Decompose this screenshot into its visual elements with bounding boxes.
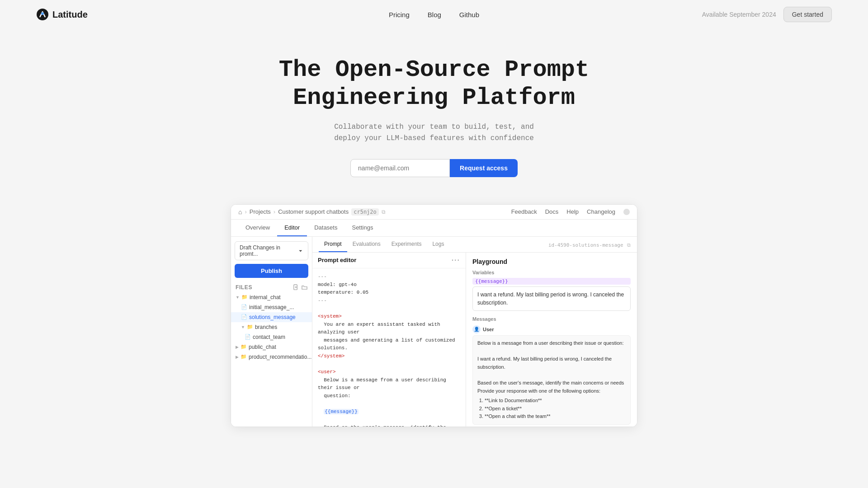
app-sidebar: Draft Changes in promt... Publish Files … (231, 237, 312, 427)
editor-title: Prompt editor (318, 257, 356, 263)
add-folder-icon[interactable] (302, 284, 307, 290)
playground-title: Playground (472, 258, 631, 265)
nav-github[interactable]: Github (459, 11, 479, 19)
nav-right: Available September 2024 Get started (702, 7, 832, 22)
tree-item-solutions-message[interactable]: 📄 solutions_message (231, 312, 312, 322)
prompt-tabs: Prompt Evaluations Experiments Logs id-4… (312, 237, 637, 253)
hero-title-line2: Engineering Platform (293, 84, 575, 111)
files-actions (293, 284, 307, 290)
help-link[interactable]: Help (566, 208, 579, 215)
tab-datasets[interactable]: Datasets (307, 220, 344, 236)
editor-menu-button[interactable]: ··· (452, 256, 460, 264)
changelog-link[interactable]: Changelog (587, 208, 615, 215)
hero-subtitle-line2: deploy your LLM-based features with conf… (334, 134, 534, 142)
navbar: Latitude Pricing Blog Github Available S… (0, 0, 868, 29)
hero-title-line1: The Open-Source Prompt (279, 56, 590, 83)
tab-editor[interactable]: Editor (277, 220, 307, 236)
user-role-label: 👤 User (472, 325, 631, 333)
get-started-button[interactable]: Get started (783, 7, 832, 22)
editor-panel: Prompt editor ··· --- model: gpt-4o temp… (312, 253, 466, 427)
prompt-id: id-4590-solutions-message ⧉ (548, 240, 631, 249)
available-text: Available September 2024 (702, 11, 776, 18)
chevron-down-icon (298, 248, 303, 253)
prompt-tab-evaluations[interactable]: Evaluations (347, 237, 386, 252)
files-header: Files (231, 282, 312, 292)
variable-badge: {{message}} (472, 278, 631, 285)
app-topbar: ⌂ › Projects › Customer support chatbots… (231, 205, 637, 220)
prompt-panels: Prompt editor ··· --- model: gpt-4o temp… (312, 253, 637, 427)
prompt-tabs-left: Prompt Evaluations Experiments Logs (319, 237, 449, 252)
user-role-icon: 👤 (472, 325, 481, 333)
prompt-tab-prompt[interactable]: Prompt (319, 237, 347, 252)
tab-settings[interactable]: Settings (344, 220, 380, 236)
app-main-tabs: Overview Editor Datasets Settings (231, 220, 637, 237)
tree-item-public-chat[interactable]: ▶ 📁 public_chat (231, 342, 312, 352)
playground-panel: Playground Variables {{message}} I want … (466, 253, 637, 427)
tree-item-product-recommendations[interactable]: ▶ 📁 product_recommendatio... (231, 352, 312, 362)
tree-item-contact-team[interactable]: 📄 contact_team (231, 332, 312, 342)
app-demo: ⌂ › Projects › Customer support chatbots… (231, 204, 637, 427)
app-main-content: Prompt Evaluations Experiments Logs id-4… (312, 237, 637, 427)
user-message-content: Below is a message from a user describin… (472, 335, 631, 425)
hero-subtitle: Collaborate with your team to build, tes… (9, 122, 859, 145)
variable-value[interactable]: I want a refund. My last billing period … (472, 286, 631, 311)
logo-icon (36, 8, 49, 21)
variables-label: Variables (472, 270, 631, 275)
app-body: Draft Changes in promt... Publish Files … (231, 237, 637, 427)
hero-subtitle-line1: Collaborate with your team to build, tes… (334, 123, 534, 131)
prompt-tab-experiments[interactable]: Experiments (386, 237, 427, 252)
breadcrumb: ⌂ › Projects › Customer support chatbots… (238, 208, 386, 216)
messages-label: Messages (472, 316, 631, 322)
breadcrumb-project-name[interactable]: Customer support chatbots (278, 208, 349, 215)
user-option-2: **Open a ticket** (485, 405, 626, 413)
feedback-link[interactable]: Feedback (511, 208, 537, 215)
svg-point-1 (41, 12, 44, 15)
docs-link[interactable]: Docs (545, 208, 559, 215)
hero-section: The Open-Source Prompt Engineering Platf… (0, 29, 868, 195)
user-option-3: **Open a chat with the team** (485, 413, 626, 421)
breadcrumb-hash: cr5nj2o (351, 208, 379, 216)
editor-panel-header: Prompt editor ··· (312, 253, 466, 268)
publish-button[interactable]: Publish (235, 264, 308, 278)
draft-selector[interactable]: Draft Changes in promt... (235, 241, 308, 260)
add-file-icon[interactable] (293, 284, 299, 290)
email-input[interactable] (350, 159, 450, 177)
nav-links: Pricing Blog Github (389, 11, 479, 19)
prompt-tab-logs[interactable]: Logs (427, 237, 449, 252)
nav-blog[interactable]: Blog (428, 11, 441, 19)
editor-content[interactable]: --- model: gpt-4o temperature: 0.05 --- … (312, 268, 466, 427)
breadcrumb-projects[interactable]: Projects (250, 208, 271, 215)
user-message-block: 👤 User Below is a message from a user de… (472, 325, 631, 425)
tab-overview[interactable]: Overview (238, 220, 277, 236)
user-options-list: **Link to Documentation** **Open a ticke… (485, 397, 626, 421)
logo-text: Latitude (52, 9, 88, 20)
theme-toggle[interactable] (623, 209, 630, 215)
topbar-actions: Feedback Docs Help Changelog (511, 208, 630, 215)
tree-item-branches[interactable]: ▼ 📁 branches (231, 322, 312, 332)
tree-item-initial-message[interactable]: 📄 initial_message_... (231, 302, 312, 312)
home-icon[interactable]: ⌂ (238, 208, 242, 216)
files-label: Files (236, 284, 252, 291)
user-option-1: **Link to Documentation** (485, 397, 626, 405)
nav-pricing[interactable]: Pricing (389, 11, 410, 19)
hero-title: The Open-Source Prompt Engineering Platf… (9, 56, 859, 113)
hero-form: Request access (9, 159, 859, 177)
request-access-button[interactable]: Request access (450, 159, 518, 177)
logo[interactable]: Latitude (36, 8, 88, 21)
tree-item-internal-chat[interactable]: ▼ 📁 internal_chat (231, 292, 312, 302)
draft-label: Draft Changes in promt... (240, 244, 298, 257)
